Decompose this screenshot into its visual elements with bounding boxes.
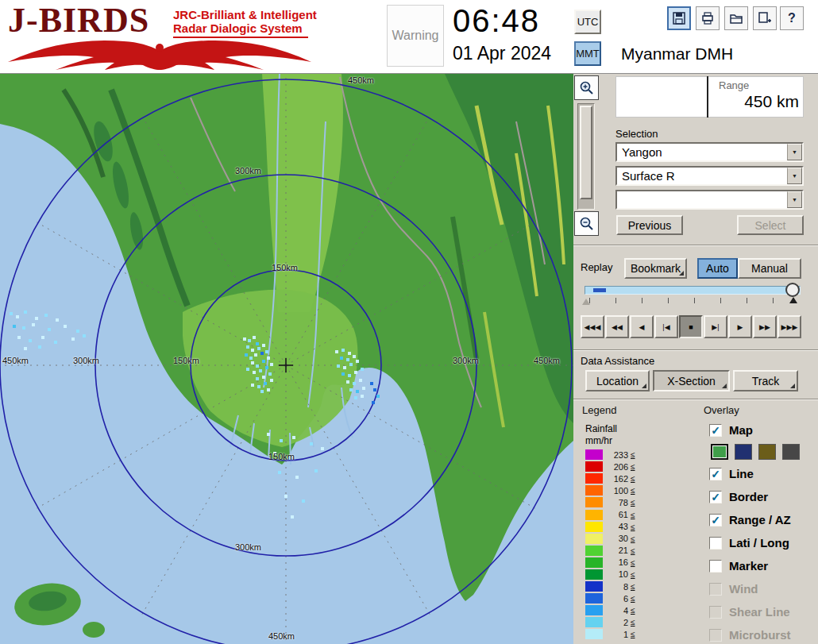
chevron-down-icon[interactable]: ▼ xyxy=(787,144,802,160)
playback-seek-end-button[interactable]: ▶| xyxy=(704,315,727,338)
legend-lte: ≤ xyxy=(631,606,635,615)
zoom-slider[interactable] xyxy=(577,103,595,210)
replay-timeline-thumb[interactable] xyxy=(785,283,800,297)
legend-lte: ≤ xyxy=(631,474,635,483)
overlay-label: Shear Line xyxy=(729,605,790,619)
zoom-slider-thumb[interactable] xyxy=(580,106,592,199)
zoom-in-icon xyxy=(579,80,595,96)
replay-label: Replay xyxy=(581,261,612,273)
legend-lte: ≤ xyxy=(631,570,635,579)
checkbox[interactable] xyxy=(709,537,722,550)
legend-swatch xyxy=(585,510,603,520)
range-ring-label: 300km xyxy=(235,166,261,175)
open-folder-button[interactable] xyxy=(724,6,748,30)
track-button[interactable]: Track xyxy=(733,370,798,391)
manual-button[interactable]: Manual xyxy=(738,258,801,279)
overlay-item-border[interactable]: ✓Border xyxy=(709,485,818,508)
overlay-label: Range / AZ xyxy=(729,513,791,526)
playback-rewind-fast-button[interactable]: ◀◀◀ xyxy=(581,315,604,338)
overlay-item-lati-long[interactable]: Lati / Long xyxy=(709,531,818,554)
checkbox xyxy=(709,606,722,619)
playback-forward-button[interactable]: ▶▶ xyxy=(753,315,777,338)
overlay-item-range-az[interactable]: ✓Range / AZ xyxy=(709,508,818,531)
playback-step-forward-button[interactable]: ▶ xyxy=(728,315,752,338)
site-dropdown[interactable]: Yangon ▼ xyxy=(615,142,804,162)
overlay-title: Overlay xyxy=(704,404,739,416)
playback-rewind-button[interactable]: ◀◀ xyxy=(605,315,629,338)
print-button[interactable] xyxy=(696,6,720,30)
zoom-out-icon xyxy=(579,216,595,232)
chevron-down-icon[interactable]: ▼ xyxy=(787,191,802,208)
legend-row: 30≤ xyxy=(585,533,673,545)
timeline-ticks xyxy=(589,298,799,303)
header-bar: J-BIRDS JRC-Brilliant & Intelligent Rada… xyxy=(0,0,818,74)
checkbox[interactable]: ✓ xyxy=(709,514,722,526)
range-ring-label: 300km xyxy=(73,356,99,365)
overlay-item-map[interactable]: ✓Map xyxy=(709,418,818,442)
chevron-down-icon[interactable]: ▼ xyxy=(787,168,802,184)
location-button[interactable]: Location xyxy=(585,370,650,391)
previous-button[interactable]: Previous xyxy=(616,215,683,235)
zoom-in-button[interactable] xyxy=(574,75,599,100)
playback-step-back-button[interactable]: ◀ xyxy=(630,315,654,338)
legend-lte: ≤ xyxy=(631,630,635,638)
legend-value: 4 xyxy=(606,606,628,615)
playback-stop-button[interactable]: ■ xyxy=(679,315,703,338)
overlay-item-shear-line: Shear Line xyxy=(709,600,818,623)
auto-button[interactable]: Auto xyxy=(697,258,738,279)
help-button[interactable]: ? xyxy=(780,6,804,30)
bookmark-button[interactable]: Bookmark xyxy=(624,258,687,279)
legend-row: 100≤ xyxy=(585,484,673,496)
legend-row: 8≤ xyxy=(585,580,673,592)
overlay-label: Lati / Long xyxy=(729,536,789,550)
mmt-button[interactable]: MMT xyxy=(574,41,601,66)
overlay-item-line[interactable]: ✓Line xyxy=(709,462,818,485)
playback-seek-start-button[interactable]: |◀ xyxy=(654,315,678,338)
zoom-out-button[interactable] xyxy=(574,211,599,236)
legend-row: 61≤ xyxy=(585,508,673,520)
warning-indicator[interactable]: Warning xyxy=(387,5,444,67)
overlay-item-marker[interactable]: Marker xyxy=(709,554,818,577)
legend-unit-line1: Rainfall xyxy=(585,423,617,434)
map-color-swatch[interactable] xyxy=(758,444,776,460)
legend-value: 100 xyxy=(606,486,628,496)
legend-unit-line2: mm/hr xyxy=(585,435,612,446)
legend-lte: ≤ xyxy=(631,558,635,567)
legend-scale: 233≤206≤162≤100≤78≤61≤43≤30≤21≤16≤10≤8≤6… xyxy=(585,449,673,641)
x-section-button[interactable]: X-Section xyxy=(653,370,730,391)
range-ring-label: 450km xyxy=(348,75,374,85)
legend-value: 61 xyxy=(606,510,628,519)
extra-dropdown[interactable]: ▼ xyxy=(615,190,804,210)
replay-timeline-track[interactable] xyxy=(585,286,801,295)
overlay-item-microburst: Microburst xyxy=(709,623,818,644)
checkbox[interactable]: ✓ xyxy=(709,491,722,503)
legend-lte: ≤ xyxy=(631,582,635,591)
legend-row: 78≤ xyxy=(585,496,673,508)
legend-lte: ≤ xyxy=(631,511,635,519)
playback-forward-fast-button[interactable]: ▶▶▶ xyxy=(777,315,801,338)
product-dropdown[interactable]: Surface R ▼ xyxy=(615,166,804,186)
overlay-label: Map xyxy=(729,423,753,437)
product-dropdown-value: Surface R xyxy=(617,169,787,183)
legend-value: 2 xyxy=(606,618,628,627)
map-color-swatch[interactable] xyxy=(711,444,728,460)
data-assistance-label: Data Assistance xyxy=(581,355,654,367)
checkbox[interactable]: ✓ xyxy=(709,424,722,437)
checkbox[interactable] xyxy=(709,560,722,573)
legend-swatch xyxy=(585,449,603,460)
map-color-swatch[interactable] xyxy=(782,444,800,460)
manual-button-label: Manual xyxy=(751,262,788,275)
range-ring-label: 150km xyxy=(268,452,295,461)
map-color-swatch[interactable] xyxy=(735,444,752,460)
save-button[interactable] xyxy=(667,6,691,30)
export-image-button[interactable] xyxy=(753,6,777,30)
legend-value: 21 xyxy=(606,546,628,555)
checkbox xyxy=(709,583,722,596)
logo-subtitle-line1: JRC-Brilliant & Intelligent xyxy=(173,8,317,21)
legend-lte: ≤ xyxy=(631,498,635,507)
utc-button[interactable]: UTC xyxy=(574,10,601,34)
checkbox[interactable]: ✓ xyxy=(709,468,722,480)
radar-map[interactable]: 450km300km150km150km300km450km300km450km… xyxy=(0,74,573,644)
legend-value: 233 xyxy=(606,450,628,460)
select-button[interactable]: Select xyxy=(737,215,804,235)
